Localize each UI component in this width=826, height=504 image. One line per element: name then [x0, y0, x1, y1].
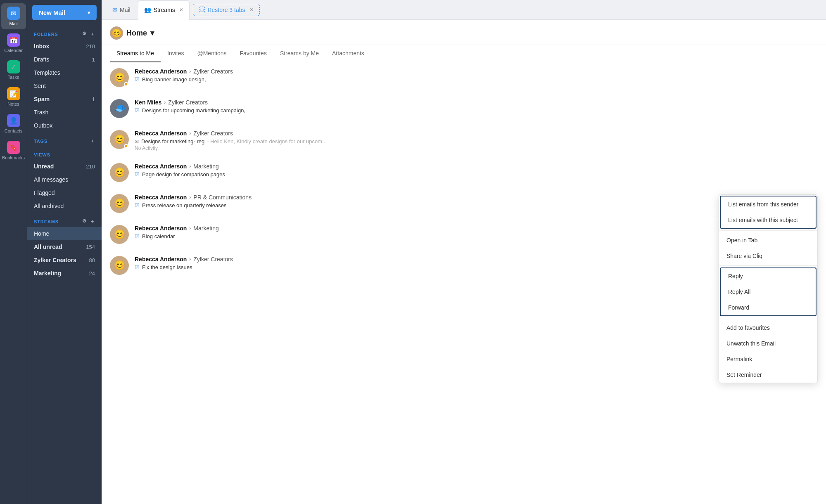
dropdown-icon[interactable]: ▾ — [150, 28, 154, 38]
streams-tab-label: Streams — [154, 7, 175, 13]
streams-header-icons[interactable]: ⚙ ＋ — [82, 218, 95, 225]
sender-name: Rebecca Anderson — [135, 225, 187, 232]
trash-label: Trash — [34, 109, 48, 116]
email-subject: ✉ Designs for marketing- reg - Hello Ken… — [135, 138, 818, 144]
add-icon[interactable]: ＋ — [90, 138, 95, 144]
sender-name: Rebecca Anderson — [135, 194, 187, 201]
avatar: 😊 — [110, 194, 129, 213]
tab-invites[interactable]: Invites — [161, 45, 190, 62]
sidebar-item-spam[interactable]: Spam 1 — [27, 92, 102, 106]
folder-navigation: New Mail ▾ FOLDERS ⚙ ＋ Inbox 210 Drafts … — [27, 0, 102, 504]
spam-label: Spam — [34, 96, 50, 102]
add-stream-icon[interactable]: ＋ — [90, 218, 95, 225]
email-icon: ✉ — [135, 139, 139, 144]
sidebar-item-home-stream[interactable]: Home — [27, 227, 102, 240]
sidebar-item-inbox[interactable]: Inbox 210 — [27, 40, 102, 53]
close-streams-tab-icon[interactable]: ✕ — [179, 7, 183, 13]
restore-tabs-button[interactable]: □ Restore 3 tabs ✕ — [193, 4, 260, 16]
sidebar-item-all-messages[interactable]: All messages — [27, 173, 102, 186]
reply-all-button[interactable]: Reply All — [721, 284, 816, 300]
tab-attachments[interactable]: Attachments — [325, 45, 371, 62]
sidebar-item-zylker-creators[interactable]: Zylker Creators 80 — [27, 253, 102, 267]
share-via-cliq[interactable]: Share via Cliq — [719, 248, 817, 264]
sidebar-item-all-unread-stream[interactable]: All unread 154 — [27, 240, 102, 253]
sidebar-item-drafts[interactable]: Drafts 1 — [27, 53, 102, 66]
task-icon: ☑ — [135, 264, 140, 270]
sidebar-item-all-archived[interactable]: All archived — [27, 199, 102, 213]
email-item[interactable]: 😊 Rebecca Anderson › Zylker Creators ✉ D… — [102, 124, 826, 157]
permalink[interactable]: Permalink — [719, 351, 817, 367]
email-item[interactable]: 😊 Rebecca Anderson › Marketing ☑ Blog ca… — [102, 219, 826, 250]
tab-streams-to-me[interactable]: Streams to Me — [110, 45, 161, 62]
app-icon-notes[interactable]: 📝 Notes — [1, 84, 26, 110]
email-subject: ☑ Blog calendar — [135, 233, 818, 239]
contacts-icon: 👤 — [7, 114, 20, 127]
sidebar-item-flagged[interactable]: Flagged — [27, 186, 102, 199]
channel-name: Zylker Creators — [168, 99, 208, 106]
arrow-icon: › — [189, 130, 191, 136]
mail-icon: ✉ — [7, 7, 20, 20]
tab-streams[interactable]: 👥 Streams ✕ — [138, 0, 190, 20]
tab-mentions[interactable]: @Mentions — [191, 45, 233, 62]
app-icon-contacts[interactable]: 👤 Contacts — [1, 111, 26, 137]
sender-line: Rebecca Anderson › Zylker Creators — [135, 256, 818, 263]
list-emails-sender[interactable]: List emails from this sender — [721, 196, 816, 212]
sent-label: Sent — [34, 83, 46, 89]
reply-button[interactable]: Reply — [721, 268, 816, 284]
streams-settings-icon[interactable]: ⚙ — [82, 218, 87, 225]
all-archived-label: All archived — [34, 203, 64, 209]
gear-icon[interactable]: ⚙ — [82, 31, 87, 37]
sidebar-item-unread[interactable]: Unread 210 — [27, 160, 102, 173]
arrow-icon: › — [189, 69, 191, 74]
unread-dot — [124, 144, 128, 148]
app-icon-tasks[interactable]: ✓ Tasks — [1, 57, 26, 83]
tags-header-icons[interactable]: ＋ — [90, 138, 95, 144]
email-item[interactable]: 😊 Rebecca Anderson › Zylker Creators ☑ B… — [102, 62, 826, 93]
add-to-favourites[interactable]: Add to favourites — [719, 320, 817, 336]
sidebar-item-templates[interactable]: Templates — [27, 66, 102, 79]
avatar-wrap: 😊 — [110, 130, 129, 149]
marketing-count: 24 — [89, 270, 95, 277]
set-reminder[interactable]: Set Reminder — [719, 367, 817, 383]
sidebar-item-marketing[interactable]: Marketing 24 — [27, 267, 102, 280]
sidebar-item-sent[interactable]: Sent — [27, 79, 102, 92]
open-in-tab[interactable]: Open in Tab — [719, 232, 817, 248]
home-avatar: 😊 — [110, 26, 123, 40]
avatar-wrap: 😊 — [110, 68, 129, 87]
sidebar: ✉ Mail 📅 Calendar ✓ Tasks 📝 Notes 👤 Cont… — [0, 0, 102, 504]
sidebar-item-trash[interactable]: Trash — [27, 106, 102, 119]
list-emails-subject[interactable]: List emails with this subject — [721, 212, 816, 228]
tab-mail[interactable]: ✉ Mail — [107, 0, 136, 19]
tab-favourites[interactable]: Favourites — [233, 45, 273, 62]
close-restore-icon[interactable]: ✕ — [249, 7, 254, 13]
new-mail-button[interactable]: New Mail ▾ — [32, 5, 97, 20]
add-icon[interactable]: ＋ — [90, 31, 95, 37]
email-item[interactable]: 😊 Rebecca Anderson › PR & Communications… — [102, 188, 826, 219]
channel-name: Zylker Creators — [193, 68, 233, 75]
channel-name: Zylker Creators — [193, 256, 233, 263]
zylker-creators-count: 80 — [89, 257, 95, 263]
unwatch-email[interactable]: Unwatch this Email — [719, 336, 817, 351]
task-icon: ☑ — [135, 76, 140, 83]
email-subject: ☑ Fix the design issues — [135, 264, 818, 270]
app-icon-mail[interactable]: ✉ Mail — [1, 3, 26, 29]
forward-button[interactable]: Forward — [721, 300, 816, 315]
sender-line: Rebecca Anderson › PR & Communications — [135, 194, 818, 201]
arrow-icon: › — [189, 256, 191, 262]
folders-header-icons[interactable]: ⚙ ＋ — [82, 31, 95, 37]
email-item[interactable]: 😊 Rebecca Anderson › Zylker Creators ☑ F… — [102, 250, 826, 281]
zylker-creators-label: Zylker Creators — [34, 257, 76, 263]
folders-section-header: FOLDERS ⚙ ＋ — [27, 25, 102, 40]
home-title[interactable]: 😊 Home ▾ — [110, 26, 154, 40]
mail-tab-icon: ✉ — [112, 7, 117, 13]
tab-streams-by-me[interactable]: Streams by Me — [273, 45, 325, 62]
sidebar-item-outbox[interactable]: Outbox — [27, 119, 102, 132]
email-item[interactable]: 😊 Rebecca Anderson › Marketing ☑ Page de… — [102, 157, 826, 188]
app-icon-calendar[interactable]: 📅 Calendar — [1, 30, 26, 56]
email-body: Rebecca Anderson › Marketing ☑ Page desi… — [135, 163, 818, 178]
sender-line: Rebecca Anderson › Marketing — [135, 163, 818, 170]
email-item[interactable]: 🧢 Ken Miles › Zylker Creators ☑ Designs … — [102, 93, 826, 124]
page-header: 😊 Home ▾ — [102, 20, 826, 45]
app-icon-bookmarks[interactable]: 🔖 Bookmarks — [1, 137, 26, 163]
sender-line: Rebecca Anderson › Zylker Creators — [135, 130, 818, 137]
